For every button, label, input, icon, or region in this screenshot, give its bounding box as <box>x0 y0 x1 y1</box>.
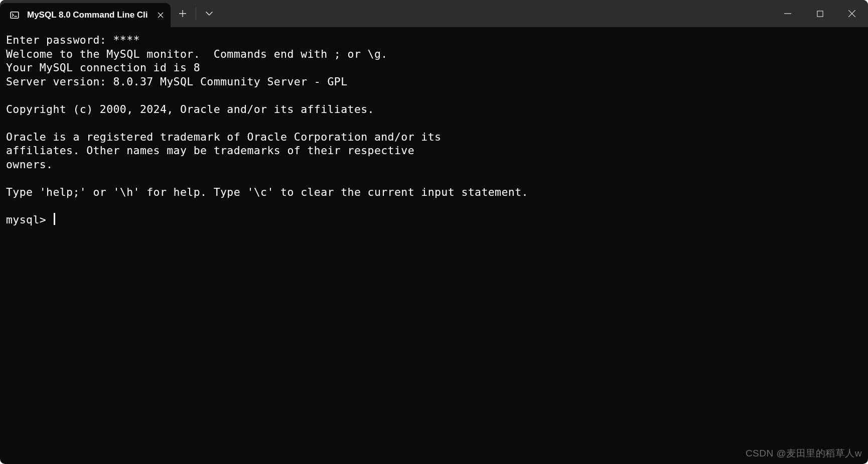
terminal-cursor <box>54 213 55 225</box>
terminal-window: MySQL 8.0 Command Line Cli <box>0 0 868 464</box>
terminal-line: owners. <box>6 158 862 172</box>
titlebar: MySQL 8.0 Command Line Cli <box>0 0 868 27</box>
minimize-button[interactable] <box>772 0 804 27</box>
terminal-line: Server version: 8.0.37 MySQL Community S… <box>6 75 862 89</box>
close-tab-button[interactable] <box>151 5 171 25</box>
terminal-line: Copyright (c) 2000, 2024, Oracle and/or … <box>6 102 862 117</box>
tab-actions <box>171 0 221 27</box>
maximize-button[interactable] <box>804 0 836 27</box>
terminal-app-icon <box>9 10 20 21</box>
window-controls <box>772 0 868 27</box>
new-tab-button[interactable] <box>171 0 195 27</box>
tab-dropdown-button[interactable] <box>197 0 221 27</box>
svg-rect-1 <box>817 11 822 16</box>
terminal-line: Type 'help;' or '\h' for help. Type '\c'… <box>6 185 862 199</box>
terminal-line: Your MySQL connection id is 8 <box>6 61 862 75</box>
titlebar-drag-area[interactable] <box>221 0 772 27</box>
svg-rect-0 <box>11 12 19 19</box>
terminal-line: affiliates. Other names may be trademark… <box>6 144 862 158</box>
divider <box>196 7 196 20</box>
terminal-line <box>6 116 862 130</box>
watermark: CSDN @麦田里的稻草人w <box>746 447 862 460</box>
terminal-line <box>6 199 862 213</box>
terminal-line: Enter password: **** <box>6 33 862 47</box>
terminal-line: Welcome to the MySQL monitor. Commands e… <box>6 47 862 61</box>
window-close-button[interactable] <box>836 0 868 27</box>
terminal-line <box>6 171 862 185</box>
terminal-prompt-line[interactable]: mysql> <box>6 213 862 227</box>
active-tab[interactable]: MySQL 8.0 Command Line Cli <box>0 3 171 27</box>
terminal-prompt: mysql> <box>6 213 53 226</box>
terminal-body[interactable]: Enter password: ****Welcome to the MySQL… <box>0 27 868 464</box>
terminal-line: Oracle is a registered trademark of Orac… <box>6 130 862 144</box>
terminal-line <box>6 88 862 102</box>
tab-title: MySQL 8.0 Command Line Cli <box>27 10 151 20</box>
